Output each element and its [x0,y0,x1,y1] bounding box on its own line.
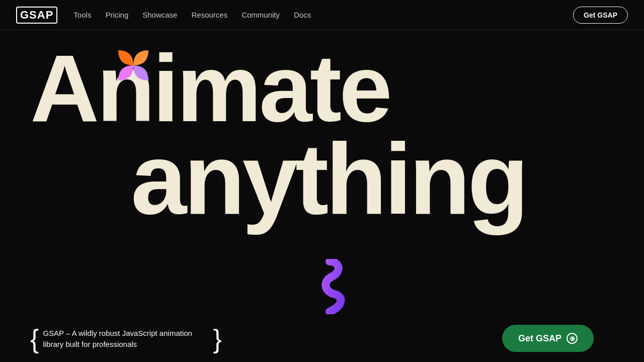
nav-showcase[interactable]: Showcase [142,11,177,19]
hero-cta-label: Get GSAP [518,333,561,344]
squiggle-decoration [312,259,347,309]
get-gsap-button[interactable]: Get GSAP [573,7,628,24]
hero-get-gsap-button[interactable]: Get GSAP ⊕ [502,325,594,352]
cta-circle-icon: ⊕ [567,333,578,344]
hero-line2: anything [131,131,644,227]
nav-pricing[interactable]: Pricing [105,11,128,19]
navbar: GSAP Tools Pricing Showcase Resources Co… [0,0,644,30]
brace-right: } [213,326,221,352]
hero-description: { GSAP – A wildly robust JavaScript anim… [30,326,222,352]
nav-community[interactable]: Community [242,11,280,19]
hero-section: Animate anything { GSAP – A wildly robus… [0,30,644,362]
gsap-flower-icon [108,40,158,90]
nav-tools[interactable]: Tools [73,11,91,19]
hero-desc-text: GSAP – A wildly robust JavaScript animat… [43,328,209,350]
brace-left: { [30,326,39,352]
nav-docs[interactable]: Docs [294,11,311,19]
svg-point-0 [140,54,145,59]
nav-resources[interactable]: Resources [191,11,227,19]
nav-links: Tools Pricing Showcase Resources Communi… [73,11,311,19]
hero-headline: Animate anything [0,45,644,227]
logo[interactable]: GSAP [16,7,57,24]
nav-left: GSAP Tools Pricing Showcase Resources Co… [16,7,311,24]
